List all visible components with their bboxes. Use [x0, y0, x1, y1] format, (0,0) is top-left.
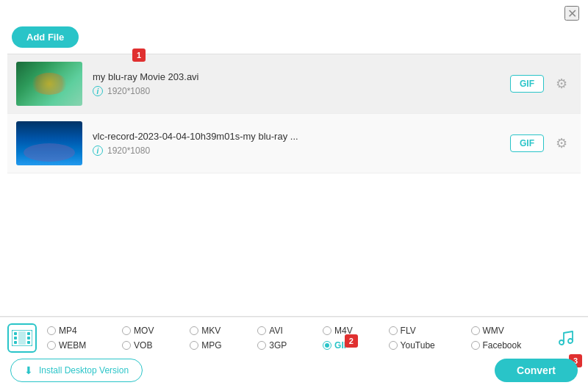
- title-bar: ✕: [0, 0, 588, 24]
- file-info-2: vlc-record-2023-04-04-10h39m01s-my blu-r…: [82, 131, 510, 156]
- convert-wrapper: 3 Convert: [495, 359, 578, 382]
- settings-button-2[interactable]: ⚙: [551, 133, 572, 154]
- svg-rect-2: [14, 337, 17, 340]
- file-name-2: vlc-record-2023-04-04-10h39m01s-my blu-r…: [93, 131, 510, 142]
- file-item-1: 1 my blu-ray Movie 203.avi i 1920*1080 G…: [7, 54, 581, 114]
- radio-wmv[interactable]: [471, 326, 480, 335]
- convert-button[interactable]: Convert: [495, 359, 578, 382]
- radio-youtube[interactable]: [389, 341, 398, 350]
- svg-point-8: [559, 340, 564, 345]
- format-mp4[interactable]: MP4: [44, 324, 116, 337]
- file-list: 1 my blu-ray Movie 203.avi i 1920*1080 G…: [7, 54, 581, 173]
- svg-rect-6: [27, 341, 30, 344]
- format-avi[interactable]: AVI: [254, 324, 317, 337]
- format-flv[interactable]: FLV: [386, 324, 465, 337]
- radio-webm[interactable]: [47, 341, 56, 350]
- format-gif[interactable]: GIF 2: [320, 339, 382, 352]
- radio-gif[interactable]: [323, 341, 331, 350]
- format-icon: [7, 323, 37, 353]
- file-actions-2: GIF ⚙: [510, 133, 572, 154]
- radio-mpg[interactable]: [190, 341, 198, 350]
- format-vob[interactable]: VOB: [119, 339, 184, 352]
- svg-rect-7: [18, 331, 26, 345]
- radio-avi[interactable]: [257, 326, 266, 335]
- add-file-button[interactable]: Add File: [12, 26, 79, 48]
- file-item-2: vlc-record-2023-04-04-10h39m01s-my blu-r…: [7, 114, 581, 173]
- format-mov[interactable]: MOV: [119, 324, 184, 337]
- download-icon: ⬇: [24, 364, 33, 376]
- radio-flv[interactable]: [389, 326, 398, 335]
- svg-rect-3: [14, 341, 17, 344]
- file-resolution-1: 1920*1080: [107, 86, 150, 96]
- install-button[interactable]: ⬇ Install Desktop Version: [10, 359, 143, 382]
- format-mpg[interactable]: MPG: [187, 339, 251, 352]
- svg-rect-5: [27, 337, 30, 340]
- format-options: MP4 MOV MKV AVI M4V: [44, 324, 551, 352]
- radio-mp4[interactable]: [47, 326, 56, 335]
- file-actions-1: GIF ⚙: [510, 73, 572, 94]
- radio-mov[interactable]: [122, 326, 131, 335]
- info-icon-1[interactable]: i: [93, 86, 103, 96]
- svg-rect-1: [14, 332, 17, 335]
- toolbar: Add File: [0, 24, 588, 54]
- radio-3gp[interactable]: [257, 341, 266, 350]
- file-resolution-2: 1920*1080: [107, 146, 150, 156]
- close-button[interactable]: ✕: [564, 6, 579, 21]
- thumbnail-1: [16, 62, 82, 106]
- file-info-1: my blu-ray Movie 203.avi i 1920*1080: [82, 71, 510, 96]
- radio-facebook[interactable]: [471, 341, 480, 350]
- film-icon: [12, 330, 32, 346]
- format-facebook[interactable]: Facebook: [468, 339, 551, 352]
- radio-vob[interactable]: [122, 341, 131, 350]
- badge-2: 2: [345, 334, 358, 348]
- format-youtube[interactable]: YouTube: [386, 339, 465, 352]
- format-wmv[interactable]: WMV: [468, 324, 551, 337]
- format-webm[interactable]: WEBM: [44, 339, 116, 352]
- bottom-bar: MP4 MOV MKV AVI M4V: [0, 316, 588, 388]
- format-bar: MP4 MOV MKV AVI M4V: [0, 317, 588, 353]
- file-name-1: my blu-ray Movie 203.avi: [93, 71, 510, 82]
- badge-1: 1: [132, 48, 146, 62]
- radio-m4v[interactable]: [323, 326, 331, 335]
- file-meta-1: i 1920*1080: [93, 86, 510, 96]
- music-icon[interactable]: [551, 323, 581, 353]
- radio-mkv[interactable]: [190, 326, 198, 335]
- format-3gp[interactable]: 3GP: [254, 339, 317, 352]
- format-mkv[interactable]: MKV: [187, 324, 251, 337]
- gif-button-1[interactable]: GIF: [510, 75, 544, 93]
- thumbnail-2: [16, 121, 82, 165]
- gif-button-2[interactable]: GIF: [510, 134, 544, 152]
- svg-rect-4: [27, 332, 30, 335]
- install-label: Install Desktop Version: [39, 365, 129, 376]
- info-icon-2[interactable]: i: [93, 146, 103, 156]
- file-meta-2: i 1920*1080: [93, 146, 510, 156]
- action-bar: ⬇ Install Desktop Version 3 Convert: [0, 353, 588, 388]
- settings-button-1[interactable]: ⚙: [551, 73, 572, 94]
